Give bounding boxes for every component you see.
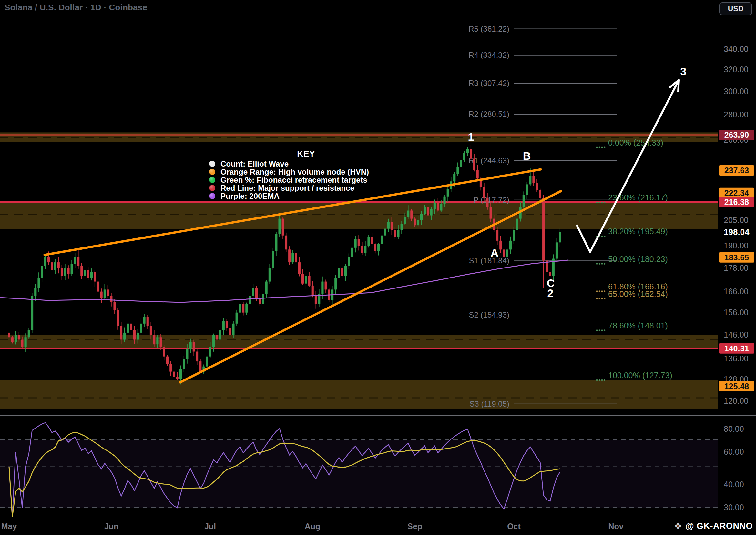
candle-body	[21, 340, 23, 347]
month-label-Jul[interactable]: Jul	[204, 522, 216, 531]
candle-body	[311, 286, 314, 296]
chart-window: R5 (361.22)R4 (334.32)R3 (307.42)R2 (280…	[0, 0, 756, 535]
candle-body	[74, 257, 76, 264]
watermark-handle: @ GK-ARONNO	[685, 521, 753, 531]
candle-body	[466, 149, 469, 153]
candle-body	[371, 237, 373, 244]
candle-body	[275, 234, 277, 251]
price-tag-198.04: 198.04	[724, 227, 749, 237]
price-tag-125.48: 125.48	[719, 381, 754, 391]
candle-body	[460, 160, 462, 167]
candle-body	[229, 328, 231, 335]
candle-body	[38, 277, 40, 288]
pivot-label-S2: S2 (154.93)	[469, 310, 509, 319]
candle-body	[31, 296, 33, 330]
fib-dots-50.00	[599, 263, 600, 265]
fib-dots-0.00	[599, 147, 600, 149]
candle-body	[447, 189, 449, 197]
fib-dots-61.80	[596, 291, 598, 292]
fib-dots-50.00	[604, 263, 606, 265]
month-label-Oct[interactable]: Oct	[507, 522, 521, 531]
price-tag-183.65: 183.65	[719, 252, 754, 263]
candle-body	[80, 266, 83, 276]
elliott-label-1[interactable]: 1	[468, 131, 474, 143]
candle-body	[216, 335, 218, 339]
price-tick-166: 166.00	[724, 287, 748, 296]
candle-body	[84, 270, 86, 275]
price-chart-canvas[interactable]: R5 (361.22)R4 (334.32)R3 (307.42)R2 (280…	[0, 0, 756, 535]
candle-body	[414, 219, 416, 226]
orange-dot-icon	[209, 169, 215, 175]
month-label-Nov[interactable]: Nov	[608, 522, 623, 531]
candle-body	[189, 342, 192, 349]
candle-body	[407, 211, 409, 217]
price-tag-value: 140.31	[724, 344, 749, 353]
candle-body	[288, 249, 291, 262]
rsi-tick-60: 60.00	[724, 447, 744, 456]
candle-body	[423, 208, 426, 214]
fib-dots-23.60	[596, 202, 598, 203]
fib-label-50.00: 50.00% (180.23)	[608, 255, 668, 264]
fib-dots-38.20	[601, 236, 603, 237]
candle-body	[506, 249, 509, 257]
elliott-label-2[interactable]: 2	[547, 287, 554, 299]
candle-body	[107, 290, 109, 296]
candle-body	[101, 292, 102, 298]
candle-body	[397, 230, 399, 237]
fib-dots-61.80	[601, 291, 603, 292]
fib-dots-0.00	[604, 147, 606, 149]
key-item-200ema: Purple: 200EMA	[209, 192, 403, 200]
watermark: ❖ @ GK-ARONNO	[674, 521, 753, 531]
month-label-Aug[interactable]: Aug	[305, 522, 321, 531]
candle-body	[236, 313, 238, 324]
candle-body	[239, 304, 241, 313]
candle-body	[526, 184, 528, 195]
candle-body	[321, 282, 323, 294]
pivot-label-S1: S1 (181.84)	[469, 256, 509, 265]
pivot-label-P: P (217.72)	[473, 196, 509, 204]
candle-body	[213, 335, 215, 347]
key-legend: KEY Count: Elliot Wave Orange Range: Hig…	[209, 149, 403, 200]
main-pane[interactable]: R5 (361.22)R4 (334.32)R3 (307.42)R2 (280…	[0, 24, 718, 409]
candle-body	[64, 268, 66, 276]
month-label-Jun[interactable]: Jun	[104, 522, 118, 531]
month-label-Sep[interactable]: Sep	[407, 522, 422, 531]
candle-body	[559, 232, 561, 242]
rsi-tick-80: 80.00	[724, 424, 744, 433]
candle-body	[245, 304, 247, 313]
pivot-label-R2: R2 (280.51)	[468, 110, 509, 118]
rsi-pane[interactable]	[0, 423, 718, 517]
candle-body	[127, 324, 129, 333]
elliott-label-B[interactable]: B	[523, 150, 531, 162]
candle-body	[430, 209, 433, 215]
time-axis[interactable]: MayJunJulAugSepOctNov	[1, 522, 624, 531]
candle-body	[539, 190, 541, 198]
price-axis[interactable]: 340.00320.00300.00280.00260.00205.00190.…	[719, 44, 754, 512]
price-tag-263.90: 263.90	[719, 130, 754, 140]
candle-body	[136, 333, 139, 340]
candle-body	[490, 208, 492, 219]
candle-body	[15, 335, 17, 342]
purple-dot-icon	[209, 193, 215, 199]
candle-body	[193, 342, 195, 352]
price-tag-value: 183.65	[724, 253, 749, 262]
elliott-label-3[interactable]: 3	[681, 65, 686, 77]
fib-dots-65.00	[601, 298, 603, 299]
candle-body	[242, 304, 244, 313]
candle-body	[483, 187, 485, 198]
fib-dots-23.60	[601, 202, 603, 203]
candle-body	[381, 236, 383, 244]
candle-body	[248, 296, 251, 304]
candle-body	[473, 159, 475, 170]
ema-200-line[interactable]	[0, 260, 568, 302]
candle-body	[28, 330, 30, 337]
month-label-May[interactable]: May	[1, 522, 17, 531]
elliott-label-A[interactable]: A	[491, 246, 499, 259]
candle-body	[453, 174, 455, 182]
currency-toggle-button[interactable]: USD	[719, 2, 752, 15]
candle-body	[486, 198, 488, 208]
fib-dots-78.60	[604, 329, 606, 331]
candle-body	[150, 326, 152, 335]
candle-body	[361, 246, 363, 253]
candle-body	[206, 356, 208, 367]
